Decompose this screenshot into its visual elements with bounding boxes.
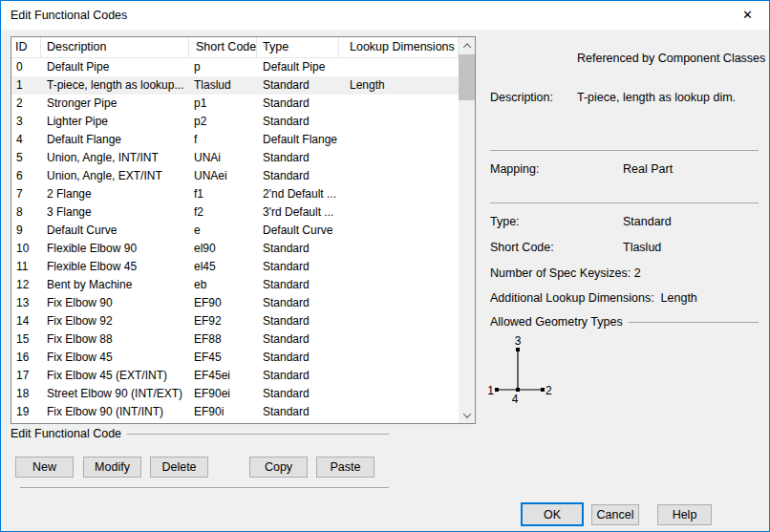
cell-lookup: Length	[339, 76, 459, 95]
cell-short-code: Tlaslud	[189, 76, 257, 95]
window-title: Edit Functional Codes	[11, 1, 127, 30]
cell-id: 13	[11, 294, 41, 312]
spec-keysizes-value: 2	[634, 266, 641, 280]
endpoint-3-node	[516, 348, 520, 351]
cell-id: 10	[11, 240, 41, 258]
cell-type: Standard	[257, 276, 339, 294]
table-row[interactable]: 5Union, Angle, INT/INTUNAiStandard	[11, 149, 459, 167]
separator	[490, 202, 759, 203]
cell-lookup	[339, 367, 459, 385]
cell-type: Standard	[257, 367, 339, 385]
scroll-up-button[interactable]	[459, 37, 475, 53]
cell-description: Stronger Pipe	[41, 95, 189, 113]
table-row[interactable]: 83 Flangef23'rd Default ...	[11, 203, 459, 222]
cell-short-code: UNAi	[189, 149, 257, 167]
cell-short-code: EF90ei	[189, 385, 257, 403]
cell-short-code: EF88	[189, 330, 257, 349]
table-row-selected[interactable]: 1T-piece, length as lookup...TlasludStan…	[11, 76, 459, 95]
cell-short-code: f2	[189, 203, 257, 222]
cell-lookup	[339, 403, 459, 421]
cancel-button[interactable]: Cancel	[591, 504, 639, 525]
table-row[interactable]: 0Default PipepDefault Pipe	[11, 58, 459, 76]
column-header-type[interactable]: Type	[257, 37, 339, 57]
table-row[interactable]: 11Flexible Elbow 45el45Standard	[11, 258, 459, 276]
table-row[interactable]: 12Bent by MachineebStandard	[11, 276, 459, 294]
table-row[interactable]: 72 Flangef12'nd Default ...	[11, 185, 459, 203]
cell-description: Fix Elbow 90	[41, 294, 189, 312]
cell-description: Lighter Pipe	[41, 113, 189, 131]
table-row[interactable]: 10Flexible Elbow 90el90Standard	[11, 240, 459, 258]
help-button[interactable]: Help	[657, 504, 712, 525]
cell-description: Union, Angle, INT/INT	[41, 149, 189, 167]
cell-type: 3'rd Default ...	[257, 203, 339, 222]
vertical-scrollbar[interactable]	[459, 37, 475, 423]
cell-description: Default Flange	[41, 131, 189, 149]
cell-lookup	[339, 276, 459, 294]
table-row[interactable]: 14Fix Elbow 92EF92Standard	[11, 312, 459, 330]
column-header-description[interactable]: Description	[41, 37, 189, 57]
table-row[interactable]: 13Fix Elbow 90EF90Standard	[11, 294, 459, 312]
cell-description: Fix Elbow 45 (EXT/INT)	[41, 367, 189, 385]
cell-short-code: p1	[189, 95, 257, 113]
additional-lookup-value: Length	[661, 291, 697, 305]
cell-lookup	[339, 240, 459, 258]
referenced-by-heading: Referenced by Component Classes	[577, 52, 765, 65]
scroll-down-button[interactable]	[459, 407, 475, 423]
cell-description: Fix Elbow 45	[41, 349, 189, 367]
table-row[interactable]: 16Fix Elbow 45EF45Standard	[11, 349, 459, 367]
table-body: 0Default PipepDefault Pipe1T-piece, leng…	[11, 58, 459, 423]
cell-lookup	[339, 294, 459, 312]
table-header: ID Description Short Code Type Lookup Di…	[11, 37, 459, 58]
delete-button[interactable]: Delete	[150, 457, 208, 478]
cell-type: Default Pipe	[257, 58, 339, 76]
cell-short-code: el45	[189, 258, 257, 276]
table-row[interactable]: 6Union, Angle, EXT/INTUNAeiStandard	[11, 167, 459, 185]
cell-short-code: UNAei	[189, 167, 257, 185]
table-row[interactable]: 17Fix Elbow 45 (EXT/INT)EF45eiStandard	[11, 367, 459, 385]
cell-lookup	[339, 330, 459, 349]
scrollbar-track[interactable]	[459, 53, 475, 407]
table-row[interactable]: 18Street Elbow 90 (INT/EXT)EF90eiStandar…	[11, 385, 459, 403]
additional-lookup-row: Additional Lookup Dimensions: Length	[490, 291, 697, 305]
modify-button[interactable]: Modify	[83, 457, 141, 478]
new-button[interactable]: New	[15, 457, 74, 478]
port-label-2: 2	[545, 384, 552, 397]
paste-button[interactable]: Paste	[316, 457, 374, 478]
cell-type: Standard	[257, 113, 339, 131]
cell-short-code: EF92	[189, 312, 257, 330]
cell-description: Flexible Elbow 45	[41, 258, 189, 276]
cell-lookup	[339, 203, 459, 222]
spec-keysizes-row: Number of Spec Keysizes: 2	[490, 266, 641, 280]
cell-id: 0	[11, 58, 41, 76]
table-row[interactable]: 3Lighter Pipep2Standard	[11, 113, 459, 131]
description-label: Description:	[490, 91, 553, 104]
table-row[interactable]: 2Stronger Pipep1Standard	[11, 95, 459, 113]
column-header-lookup-dimensions[interactable]: Lookup Dimensions	[339, 37, 459, 57]
table-row[interactable]: 15Fix Elbow 88EF88Standard	[11, 330, 459, 349]
cell-lookup	[339, 113, 459, 131]
cell-type: Standard	[257, 385, 339, 403]
cell-type: Standard	[257, 312, 339, 330]
cell-description: 3 Flange	[41, 203, 189, 222]
copy-button[interactable]: Copy	[249, 457, 308, 478]
ok-button[interactable]: OK	[521, 502, 584, 526]
cell-type: Standard	[257, 349, 339, 367]
endpoint-2-node	[541, 388, 545, 392]
column-header-id[interactable]: ID	[11, 37, 41, 57]
port-label-4: 4	[512, 393, 519, 406]
type-value: Standard	[623, 215, 672, 228]
table-row[interactable]: 19Fix Elbow 90 (INT/INT)EF90iStandard	[11, 403, 459, 421]
cell-type: Standard	[257, 258, 339, 276]
cell-short-code: EF90	[189, 294, 257, 312]
scrollbar-thumb[interactable]	[459, 54, 475, 100]
group-line	[127, 434, 389, 435]
table-row[interactable]: 4Default FlangefDefault Flange	[11, 131, 459, 149]
column-header-short-code[interactable]: Short Code	[189, 37, 257, 57]
description-value: T-piece, length as lookup dim.	[577, 91, 736, 104]
cell-short-code: e	[189, 222, 257, 240]
group-line	[629, 322, 759, 323]
close-button[interactable]: ✕	[726, 1, 769, 29]
cell-id: 18	[11, 385, 41, 403]
titlebar: Edit Functional Codes ✕	[1, 1, 769, 30]
table-row[interactable]: 9Default CurveeDefault Curve	[11, 222, 459, 240]
